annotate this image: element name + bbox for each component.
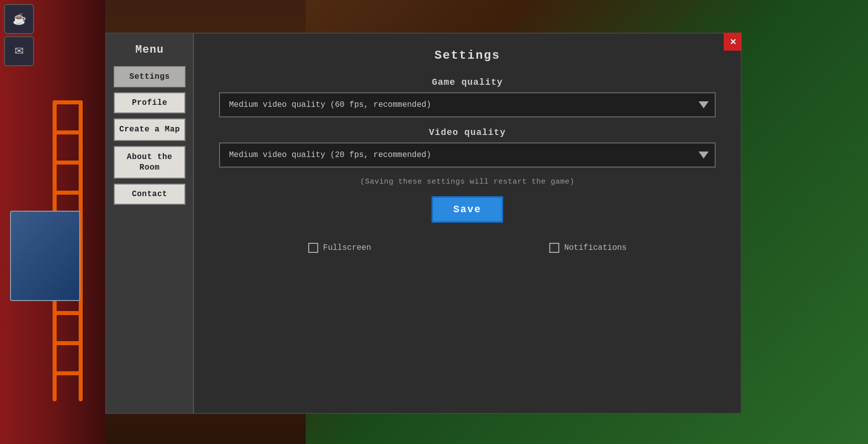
video-quality-select[interactable]: Low video quality (10 fps)Medium video q…	[219, 142, 716, 168]
sidebar-item-profile[interactable]: Profile	[114, 92, 185, 113]
ladder-rung	[53, 311, 83, 315]
sidebar: Menu Settings Profile Create a Map About…	[106, 34, 194, 413]
mail-icon-button[interactable]: ✉	[4, 36, 34, 66]
fullscreen-checkbox-item[interactable]: Fullscreen	[308, 243, 371, 253]
video-quality-section: Video quality Low video quality (10 fps)…	[219, 127, 716, 168]
notifications-label: Notifications	[564, 243, 627, 252]
ladder-rung	[53, 130, 83, 134]
sidebar-item-contact[interactable]: Contact	[114, 184, 185, 205]
fullscreen-label: Fullscreen	[323, 243, 371, 252]
sidebar-item-settings[interactable]: Settings	[114, 66, 185, 87]
sidebar-item-about-room[interactable]: About the Room	[114, 146, 185, 179]
ladder-rung	[53, 100, 83, 104]
ladder-rung	[53, 191, 83, 195]
blue-poster	[10, 211, 80, 301]
fullscreen-checkbox[interactable]	[308, 243, 318, 253]
panel-title: Settings	[219, 49, 716, 62]
game-quality-select[interactable]: Low video quality (30 fps)Medium video q…	[219, 92, 716, 117]
sidebar-item-create-map[interactable]: Create a Map	[114, 118, 185, 141]
game-quality-dropdown-wrapper: Low video quality (30 fps)Medium video q…	[219, 92, 716, 117]
ladder-rung	[53, 341, 83, 345]
game-quality-section: Game quality Low video quality (30 fps)M…	[219, 77, 716, 117]
video-quality-label: Video quality	[219, 127, 716, 137]
main-content: Settings Game quality Low video quality …	[194, 34, 741, 413]
ladder-rung	[53, 371, 83, 375]
notifications-checkbox-item[interactable]: Notifications	[549, 243, 627, 253]
checkboxes-row: Fullscreen Notifications	[219, 243, 716, 253]
video-quality-dropdown-wrapper: Low video quality (10 fps)Medium video q…	[219, 142, 716, 168]
ladder-rung	[53, 161, 83, 165]
settings-panel: ✕ Menu Settings Profile Create a Map Abo…	[105, 33, 742, 414]
notifications-checkbox[interactable]	[549, 243, 559, 253]
save-note: (Saving these settings will restart the …	[219, 178, 716, 186]
sidebar-title: Menu	[114, 44, 185, 56]
game-quality-label: Game quality	[219, 77, 716, 87]
floating-icons-container: ☕ ✉	[0, 0, 40, 70]
coffee-icon-button[interactable]: ☕	[4, 4, 34, 34]
save-button[interactable]: Save	[431, 196, 503, 223]
close-button[interactable]: ✕	[724, 33, 742, 51]
